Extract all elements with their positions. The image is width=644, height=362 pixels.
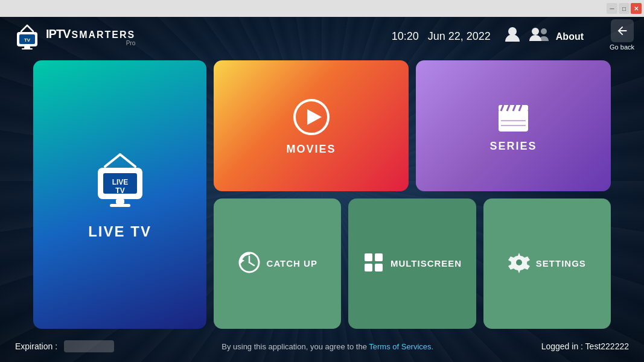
multiscreen-card[interactable]: MULTISCREEN [348,198,476,329]
svg-rect-37 [375,264,383,272]
about-link[interactable]: About [556,31,584,42]
multiscreen-icon [363,252,384,276]
logo-text: IPTV SMARTERS Pro [46,27,135,46]
datetime: 10:20 Jun 22, 2022 [392,30,491,43]
svg-rect-34 [365,253,372,261]
right-panel: MOVIES [214,60,611,329]
user-icon[interactable] [503,25,522,48]
svg-rect-4 [24,46,30,48]
svg-text:TV: TV [115,186,124,195]
logo-smarters-text: SMARTERS [71,30,135,40]
svg-line-10 [105,154,120,167]
svg-marker-20 [307,109,322,125]
catchup-icon [238,251,261,276]
livetv-label: LIVE TV [88,223,151,240]
terms-section: By using this application, you agree to … [114,341,541,352]
svg-point-39 [516,259,522,265]
series-label: SERIES [490,140,537,153]
logged-in-label: Logged in : Test222222 [541,341,629,351]
svg-rect-36 [365,264,372,272]
livetv-icon: LIVE TV [87,150,153,218]
top-row: MOVIES [214,60,611,191]
go-back-icon [611,19,634,42]
expiration-label: Expiration : [15,341,57,351]
header-icons: About [503,25,584,48]
svg-text:TV: TV [24,37,31,43]
multiscreen-label: MULTISCREEN [391,258,462,268]
logo-iptv-text: IPTV [46,27,70,41]
svg-rect-5 [22,48,33,49]
title-bar: ─ □ ✕ [0,0,644,17]
svg-line-11 [120,154,135,167]
expiration-value [64,340,114,352]
svg-point-9 [541,28,547,34]
time-display: 10:20 [392,30,419,43]
logged-in-section: Logged in : Test222222 [541,341,629,352]
profile-switch-icon[interactable] [528,25,550,48]
footer: Expiration : By using this application, … [0,331,644,362]
terms-text: By using this application, you agree to … [222,342,369,351]
svg-line-32 [249,262,254,265]
logo-pro-text: Pro [46,40,135,46]
settings-icon [508,252,530,276]
svg-rect-14 [116,199,124,204]
header: TV IPTV SMARTERS Pro 10:20 Jun 22, 2022 [0,17,644,56]
series-icon [494,99,533,138]
svg-rect-15 [110,204,130,207]
movies-label: MOVIES [287,143,336,156]
go-back-label: Go back [610,43,634,51]
go-back-button[interactable]: Go back [610,19,634,51]
svg-line-1 [27,25,33,31]
minimize-button[interactable]: ─ [607,3,617,14]
settings-card[interactable]: SETTINGS [483,198,611,329]
svg-text:LIVE: LIVE [112,178,128,186]
catchup-card[interactable]: CATCH UP [214,198,341,329]
catchup-label: CATCH UP [267,258,317,268]
maximize-button[interactable]: □ [619,3,630,14]
logo-icon: TV [12,24,42,49]
date-display: Jun 22, 2022 [428,30,491,43]
movies-icon [290,96,333,141]
header-right: 10:20 Jun 22, 2022 [392,25,632,48]
close-button[interactable]: ✕ [631,3,642,14]
svg-point-7 [508,27,517,36]
logo: TV IPTV SMARTERS Pro [12,24,135,49]
series-card[interactable]: SERIES [416,60,611,191]
bottom-row: CATCH UP MULTISCREEN [214,198,611,329]
svg-rect-35 [375,253,383,261]
terms-link[interactable]: Terms of Services. [369,342,433,351]
svg-point-8 [532,28,539,35]
svg-line-0 [21,25,27,31]
settings-label: SETTINGS [536,258,586,268]
livetv-card[interactable]: LIVE TV LIVE TV [33,60,206,329]
movies-card[interactable]: MOVIES [214,60,409,191]
expiration-section: Expiration : [15,340,114,352]
main-content: LIVE TV LIVE TV [33,60,611,329]
